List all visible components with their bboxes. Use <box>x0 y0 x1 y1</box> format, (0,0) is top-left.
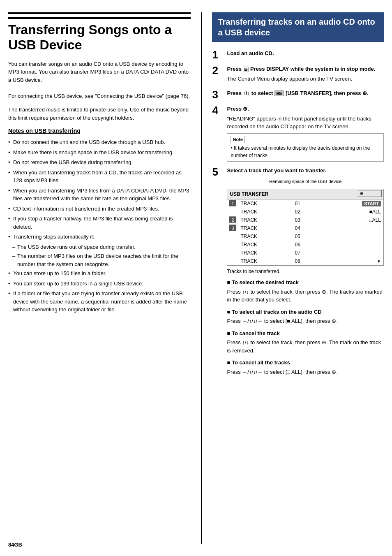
step-2-sub: The Control Menu display appears on the … <box>227 75 384 83</box>
step-1-main: Load an audio CD. <box>227 49 384 58</box>
note-box: Note • It takes several minutes to displ… <box>227 133 384 162</box>
step-2-number: 2 <box>212 65 223 84</box>
track-num-cell <box>227 208 239 216</box>
usb-track-row: 3TRACK04 <box>227 224 383 232</box>
track-name-cell: TRACK <box>239 241 293 249</box>
usb-track-row: TRACK02■ALL <box>227 208 383 216</box>
step-5-content: Select a track that you want to transfer… <box>227 167 384 380</box>
step-2-main: Press ⊟ Press DISPLAY while the system i… <box>227 65 384 73</box>
usb-header-row: USB TRANSFER ≡ — — — <box>227 189 383 199</box>
track-id-cell: 03 <box>293 216 317 224</box>
note-item-2: Make sure there is enough space in the U… <box>8 148 191 157</box>
note-sub-item-2: The number of MP3 files on the USB devic… <box>8 252 191 268</box>
note-item-6: CD text information is not transferred i… <box>8 205 191 213</box>
note-item-10: You can store up to 199 folders in a sin… <box>8 280 191 288</box>
usb-track-row: TRACK05 <box>227 232 383 241</box>
step-4: 4 Press ⊕. "READING" appears in the fron… <box>212 105 384 162</box>
track-name-cell: TRACK <box>239 199 293 208</box>
note-item-9: You can store up to 150 files in a folde… <box>8 269 191 278</box>
usb-track-row: TRACK06 <box>227 241 383 249</box>
step-2: 2 Press ⊟ Press DISPLAY while the system… <box>212 65 384 84</box>
usb-remaining-box: ≡ — — — <box>317 189 383 199</box>
usb-header-label: USB TRANSFER <box>227 189 317 199</box>
step-4-content: Press ⊕. "READING" appears in the front … <box>227 105 384 162</box>
sub-section-3: To cancel the track Press ↑/↓ to select … <box>227 329 384 355</box>
track-id-cell: 02 <box>293 208 317 216</box>
sub-section-4-title: To cancel all the tracks <box>227 359 384 367</box>
note-item-3: Do not remove the USB device during tran… <box>8 158 191 167</box>
step-3: 3 Press ↑/↓ to select ⊞≡ [USB TRANSFER],… <box>212 89 384 100</box>
scroll-down-icon: ▼ <box>377 259 381 264</box>
track-name-cell: TRACK <box>239 224 293 232</box>
track-num-cell <box>227 249 239 257</box>
track-name-cell: TRACK <box>239 208 293 216</box>
track-name-cell: TRACK <box>239 216 293 224</box>
track-button-cell <box>317 249 383 257</box>
sub-section-4: To cancel all the tracks Press ←/↑/↓/→ t… <box>227 359 384 376</box>
intro-paragraph-1: You can transfer songs on an audio CD on… <box>8 60 191 100</box>
step-1-number: 1 <box>212 49 223 60</box>
usb-track-row: TRACK07 <box>227 249 383 257</box>
track-name-cell: TRACK <box>239 232 293 241</box>
track-id-cell: 04 <box>293 224 317 232</box>
track-button-cell <box>317 241 383 249</box>
note-item-11: If a folder or file that you are trying … <box>8 290 191 314</box>
note-item-8: Transferring stops automatically if: <box>8 233 191 241</box>
left-column: Transferring Songs onto a USB Device You… <box>8 12 202 544</box>
usb-diagram: USB TRANSFER ≡ — — — 1TRACK01STARTTRACK0… <box>227 189 384 266</box>
note-item-7: If you stop a transfer halfway, the MP3 … <box>8 215 191 231</box>
sub-section-1-body: Press ↑/↓ to select the track, then pres… <box>227 288 384 304</box>
start-button[interactable]: START <box>362 201 381 206</box>
notes-heading: Notes on USB transferring <box>8 127 191 134</box>
track-num-cell: 3 <box>227 224 239 232</box>
step-3-number: 3 <box>212 89 223 100</box>
track-id-cell: 07 <box>293 249 317 257</box>
sub-section-1: To select the desired track Press ↑/↓ to… <box>227 278 384 304</box>
track-id-cell: 05 <box>293 232 317 241</box>
track-button-cell: □ALL <box>317 216 383 224</box>
track-button-cell: START <box>317 199 383 208</box>
track-id-cell: 01 <box>293 199 317 208</box>
step-2-content: Press ⊟ Press DISPLAY while the system i… <box>227 65 384 84</box>
right-column: Transferring tracks on an audio CD onto … <box>202 12 384 544</box>
step-4-sub: "READING" appears in the front panel dis… <box>227 115 384 131</box>
usb-diagram-wrapper: Remaining space of the USB device USB TR… <box>227 178 384 276</box>
step-1: 1 Load an audio CD. <box>212 49 384 60</box>
track-button-cell: ▼ <box>317 257 383 265</box>
note-label: Note <box>231 136 244 144</box>
usb-tracks-body: 1TRACK01STARTTRACK02■ALL2TRACK03□ALL3TRA… <box>227 199 383 266</box>
track-id-cell: 08 <box>293 257 317 265</box>
track-button-cell <box>317 232 383 241</box>
note-item-4: When you are transferring tracks from a … <box>8 169 191 185</box>
sub-section-3-body: Press ↑/↓ to select the track, then pres… <box>227 338 384 354</box>
usb-table: USB TRANSFER ≡ — — — 1TRACK01STARTTRACK0… <box>227 189 383 265</box>
main-title: Transferring Songs onto a USB Device <box>8 17 191 53</box>
page-number: 84GB <box>8 542 22 548</box>
track-num-cell <box>227 232 239 241</box>
notes-list: Do not connect the unit and the USB devi… <box>8 138 191 314</box>
step-5-main: Select a track that you want to transfer… <box>227 167 384 175</box>
sub-section-1-title: To select the desired track <box>227 278 384 287</box>
sub-section-3-title: To cancel the track <box>227 329 384 338</box>
track-num-cell <box>227 241 239 249</box>
track-id-cell: 06 <box>293 241 317 249</box>
note-sub-item-1: The USB device runs out of space during … <box>8 243 191 251</box>
tracks-label: Tracks to be transferred. <box>227 268 384 275</box>
sub-section-2-title: To select all tracks on the audio CD <box>227 308 384 316</box>
usb-track-row: TRACK08▼ <box>227 257 383 265</box>
step-3-main: Press ↑/↓ to select ⊞≡ [USB TRANSFER], t… <box>227 89 384 97</box>
filled-track-num: 3 <box>229 225 236 231</box>
all-empty-button[interactable]: □ALL <box>369 217 381 223</box>
intro-paragraph-2: The transferred music is limited to priv… <box>8 106 191 122</box>
step-4-number: 4 <box>212 105 223 162</box>
usb-track-row: 1TRACK01START <box>227 199 383 208</box>
sub-section-4-body: Press ←/↑/↓/→ to select [□ ALL], then pr… <box>227 368 384 376</box>
all-filled-button[interactable]: ■ALL <box>369 209 381 215</box>
track-name-cell: TRACK <box>239 257 293 265</box>
track-num-cell: 2 <box>227 216 239 224</box>
step-5-number: 5 <box>212 167 223 380</box>
sub-section-2-body: Press ←/↑/↓/→ to select [■ ALL], then pr… <box>227 317 384 325</box>
step-5: 5 Select a track that you want to transf… <box>212 167 384 380</box>
usb-track-row: 2TRACK03□ALL <box>227 216 383 224</box>
filled-track-num: 2 <box>229 216 236 223</box>
